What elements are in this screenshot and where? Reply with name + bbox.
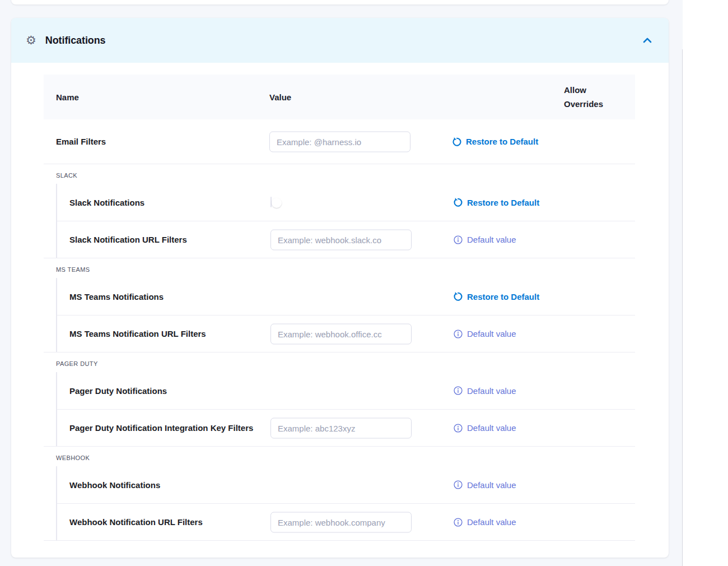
vertical-divider: [682, 49, 683, 566]
setting-label: MS Teams Notifications: [57, 292, 164, 301]
group-label: WEBHOOK: [44, 447, 635, 466]
notifications-panel: ⚙ Notifications Name Value Allow Overrid…: [11, 18, 669, 558]
setting-label: Pager Duty Notification Integration Key …: [57, 423, 253, 433]
info-icon: [453, 480, 463, 490]
setting-label: Slack Notifications: [57, 198, 144, 207]
action-label: Default value: [467, 480, 516, 490]
default-value-indicator[interactable]: Default value: [453, 517, 516, 527]
row-ms-teams-notifications: MS Teams Notifications Restore to Defaul…: [57, 278, 635, 315]
info-icon: [453, 235, 463, 245]
action-label: Restore to Default: [467, 292, 539, 301]
notifications-panel-header[interactable]: ⚙ Notifications: [11, 18, 669, 63]
default-value-indicator[interactable]: Default value: [453, 423, 516, 433]
restore-to-default-button[interactable]: Restore to Default: [453, 291, 539, 301]
restore-icon: [453, 197, 463, 207]
setting-label: Webhook Notification URL Filters: [57, 517, 203, 527]
row-ms-teams-notification-url-filters: MS Teams Notification URL Filters D: [57, 315, 635, 352]
default-value-indicator[interactable]: Default value: [453, 386, 516, 396]
row-webhook-notifications: Webhook Notifications Default value: [57, 466, 635, 503]
restore-icon: [453, 291, 463, 301]
info-icon: [453, 423, 463, 433]
row-slack-notifications: Slack Notifications Restore to Default: [57, 184, 635, 221]
email-filters-input[interactable]: [269, 131, 410, 152]
ms-teams-notification-url-filters-input[interactable]: [270, 323, 412, 344]
action-label: Default value: [467, 235, 516, 244]
default-value-indicator[interactable]: Default value: [453, 480, 516, 490]
settings-table: Name Value Allow Overrides Email Filters…: [44, 75, 635, 541]
previous-section-card: [11, 0, 669, 4]
table-header-row: Name Value Allow Overrides: [44, 75, 635, 119]
default-value-indicator[interactable]: Default value: [453, 329, 516, 339]
column-header-allow-overrides: Allow Overrides: [564, 83, 610, 111]
row-webhook-notification-url-filters: Webhook Notification URL Filters De: [57, 503, 635, 540]
row-slack-notification-url-filters: Slack Notification URL Filters Defa: [57, 221, 635, 258]
default-value-indicator[interactable]: Default value: [453, 235, 516, 245]
webhook-notification-url-filters-input[interactable]: [270, 512, 412, 532]
action-label: Default value: [467, 329, 516, 338]
setting-label: Webhook Notifications: [57, 480, 160, 490]
restore-to-default-button[interactable]: Restore to Default: [452, 137, 538, 147]
setting-label: Email Filters: [44, 137, 106, 146]
setting-label: MS Teams Notification URL Filters: [57, 329, 206, 338]
setting-label: Pager Duty Notifications: [57, 386, 167, 396]
row-pager-duty-integration-key-filters: Pager Duty Notification Integration Key …: [57, 409, 635, 446]
action-label: Restore to Default: [466, 137, 538, 146]
setting-label: Slack Notification URL Filters: [57, 235, 187, 244]
pager-duty-integration-key-filters-input[interactable]: [270, 417, 412, 438]
column-header-name: Name: [44, 92, 79, 102]
info-icon: [453, 329, 463, 339]
action-label: Restore to Default: [467, 198, 539, 207]
group-ms-teams: MS TEAMS MS Teams Notifications: [44, 258, 635, 352]
group-webhook: WEBHOOK Webhook Notifications: [44, 447, 635, 541]
row-email-filters: Email Filters Restore to Default: [44, 119, 635, 164]
slack-notifications-toggle[interactable]: [270, 197, 272, 207]
row-pager-duty-notifications: Pager Duty Notifications Default va: [57, 372, 635, 409]
action-label: Default value: [467, 423, 516, 433]
panel-title: Notifications: [45, 35, 106, 47]
right-panel-background: [683, 0, 728, 566]
group-label: MS TEAMS: [44, 258, 635, 278]
collapse-button[interactable]: [641, 34, 654, 47]
group-pager-duty: PAGER DUTY Pager Duty Notifications: [44, 352, 635, 447]
action-label: Default value: [467, 517, 516, 527]
info-icon: [453, 517, 463, 527]
group-slack: SLACK Slack Notifications: [44, 164, 635, 258]
chevron-up-icon: [643, 38, 652, 43]
gear-icon: ⚙: [26, 35, 36, 47]
column-header-value: Value: [269, 92, 291, 102]
restore-icon: [452, 137, 462, 147]
info-icon: [453, 386, 463, 396]
slack-notification-url-filters-input[interactable]: [270, 229, 412, 250]
group-label: PAGER DUTY: [44, 352, 635, 372]
divider: [44, 540, 635, 541]
group-label: SLACK: [44, 164, 635, 184]
action-label: Default value: [467, 386, 516, 396]
restore-to-default-button[interactable]: Restore to Default: [453, 197, 539, 207]
